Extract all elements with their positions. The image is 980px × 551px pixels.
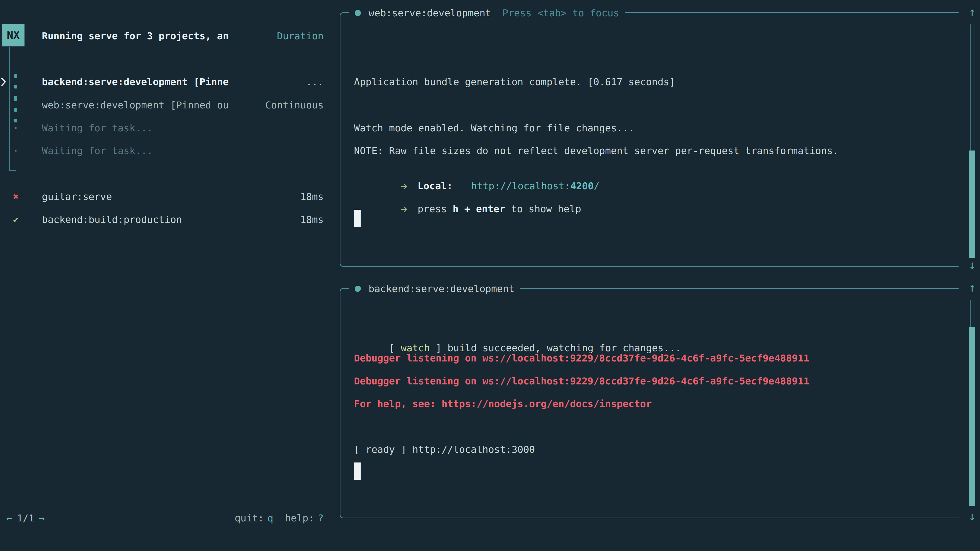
help-hint-label: help: [285,513,314,524]
pane-title: web:serve:development [369,7,491,19]
task-label: backend:serve:development [Pinne [42,76,229,88]
scroll-up-arrow[interactable]: ↑ [964,6,980,18]
waiting-bullet-icon: · [10,122,21,134]
pane-title: backend:serve:development [369,283,514,295]
log-line-help-hint: pressh + enterto show help [354,191,581,227]
scrollbar-track[interactable] [970,300,974,327]
task-running-dot-icon [355,286,361,292]
arrow-right-icon [401,183,408,190]
task-row-waiting-1[interactable]: · Waiting for task... [0,122,324,134]
output-pane-web-serve[interactable]: web:serve:development Press <tab> to foc… [340,12,959,267]
task-duration-value: 18ms [300,213,324,226]
local-label: Local: [417,180,452,192]
task-status-value: ... [306,76,324,88]
terminal-cursor [354,462,361,480]
log-line-inspector-help: For help, see: https://nodejs.org/en/doc… [354,398,652,410]
pane-header: backend:serve:development [349,282,520,295]
duration-column-header: Duration [277,30,324,42]
task-label: backend:build:production [42,213,182,226]
task-row-backend-serve[interactable]: backend:serve:development [Pinne ... [0,76,324,88]
log-line-ready: [ ready ] http://localhost:3000 [354,443,535,456]
task-success-icon: ✔ [10,213,21,226]
task-failed-icon: ✖ [10,191,21,203]
task-label: web:serve:development [Pinned ou [42,99,229,111]
task-duration-value: 18ms [300,191,324,203]
task-tree-corner [9,170,16,171]
task-list-header: Running serve for 3 projects, an Duratio… [0,30,324,42]
arrow-right-icon [401,206,408,213]
task-row-waiting-2[interactable]: · Waiting for task... [0,144,324,157]
scrollbar-thumb[interactable] [969,151,975,258]
help-key: ? [318,513,324,524]
log-line-debugger-2: Debugger listening on ws://localhost:922… [354,375,809,387]
scroll-up-arrow[interactable]: ↑ [964,281,980,294]
localhost-4200-link[interactable]: http://localhost:4200/ [471,180,600,192]
output-pane-backend-serve[interactable]: backend:serve:development [watch]build s… [340,288,959,518]
scrollbar-track[interactable] [970,24,974,151]
terminal-cursor [354,210,361,227]
quit-key: q [267,513,273,524]
task-status-value: Continuous [265,99,324,111]
waiting-bullet-icon: · [10,144,21,157]
log-line-watch-mode: Watch mode enabled. Watching for file ch… [354,122,634,134]
nx-tui-screen: NX Running serve for 3 projects, an Dura… [0,0,980,551]
scroll-down-arrow[interactable]: ↓ [964,259,980,271]
task-row-web-serve[interactable]: web:serve:development [Pinned ou Continu… [0,99,324,111]
help-keys: h + enter [453,203,505,214]
running-indicator-icon [14,74,17,99]
nx-logo: NX [2,24,24,46]
help-text-pre: press [417,203,447,214]
task-row-backend-build[interactable]: ✔ backend:build:production 18ms [0,213,324,226]
log-line-debugger-1: Debugger listening on ws://localhost:922… [354,352,809,364]
scroll-down-arrow[interactable]: ↓ [964,510,980,522]
selected-task-pointer-icon [0,77,6,86]
focus-hint: Press <tab> to focus [502,7,619,19]
scrollbar-thumb[interactable] [969,327,975,507]
task-label: Waiting for task... [42,122,153,134]
help-text-post: to show help [511,203,581,214]
keybinding-hints: quit:qhelp:? [0,512,324,524]
task-list-title: Running serve for 3 projects, an [42,30,229,42]
pane-header: web:serve:development Press <tab> to foc… [349,6,625,20]
task-running-dot-icon [355,10,361,16]
running-indicator-icon [14,97,17,122]
quit-hint-label: quit: [234,513,264,524]
task-label: Waiting for task... [42,144,153,157]
log-line-note: NOTE: Raw file sizes do not reflect deve… [354,144,838,157]
task-row-guitar-serve[interactable]: ✖ guitar:serve 18ms [0,191,324,203]
log-line-bundle-complete: Application bundle generation complete. … [354,76,675,88]
task-label: guitar:serve [42,191,112,203]
